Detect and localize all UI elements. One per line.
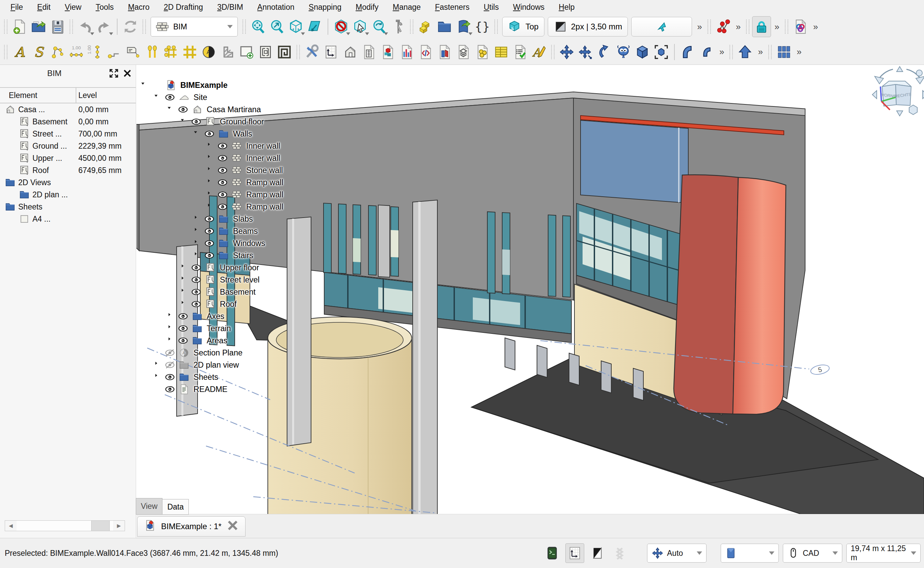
level-row[interactable]: Ground ...2229,39 mm: [0, 140, 136, 152]
working-plane-toggle[interactable]: [565, 543, 584, 563]
annotation-styles-button[interactable]: A: [529, 42, 549, 62]
level-row[interactable]: Sheets: [0, 201, 136, 213]
menu-utils[interactable]: Utils: [476, 0, 506, 14]
toolbar-grip[interactable]: [707, 20, 711, 34]
tree-item-readme[interactable]: README: [138, 383, 283, 395]
grid-button[interactable]: [180, 42, 199, 62]
column-level[interactable]: Level: [75, 91, 97, 100]
visibility-eye-icon[interactable]: [204, 251, 218, 260]
panel-tools-button[interactable]: [775, 42, 793, 62]
blue-glass-window[interactable]: [580, 120, 688, 203]
expression-button[interactable]: {}: [473, 16, 492, 37]
expander-closed-icon[interactable]: [190, 239, 204, 248]
toolbar-overflow-button[interactable]: »: [775, 22, 778, 32]
highlight-color-combo[interactable]: [721, 544, 779, 563]
leader-button[interactable]: [48, 42, 67, 62]
levels-table-header[interactable]: Element Level: [0, 87, 136, 103]
column-divider[interactable]: [75, 88, 76, 103]
clone-button[interactable]: [614, 42, 633, 62]
curved-cream-wall[interactable]: [262, 317, 412, 514]
compound-button[interactable]: [652, 42, 671, 62]
tree-item-axes[interactable]: Axes: [138, 310, 283, 322]
dependency-graph-button[interactable]: [714, 16, 733, 37]
measure-button[interactable]: [388, 16, 407, 37]
tree-item-windows[interactable]: Windows: [138, 237, 283, 249]
toolbar-grip[interactable]: [746, 20, 749, 34]
level-row[interactable]: 2D plan ...: [0, 189, 136, 201]
visibility-eye-icon[interactable]: [217, 190, 231, 200]
menu-annotation[interactable]: Annotation: [250, 0, 301, 14]
toolbar-overflow-button[interactable]: »: [758, 47, 762, 57]
quantities-button[interactable]: [397, 42, 416, 62]
rotation-mode-combo[interactable]: Auto: [647, 544, 707, 563]
close-tab-icon[interactable]: [227, 520, 238, 533]
door-tool-button[interactable]: [359, 42, 378, 62]
tree-item-slabs[interactable]: Slabs: [138, 213, 283, 225]
menu-macro[interactable]: Macro: [121, 0, 157, 14]
tree-item-ramp-wall[interactable]: Ramp wall: [138, 201, 283, 213]
tree-item-beams[interactable]: Beams: [138, 225, 283, 237]
float-panel-icon[interactable]: [109, 68, 119, 79]
tree-item-terrain[interactable]: Terrain: [138, 322, 283, 334]
expander-open-icon[interactable]: [151, 93, 164, 102]
fit-all-button[interactable]: [249, 16, 267, 37]
toolbar-overflow-button[interactable]: »: [736, 22, 740, 32]
toolbar-grip[interactable]: [69, 20, 73, 34]
hatch-button[interactable]: [218, 42, 237, 62]
undo-button[interactable]: [75, 16, 95, 37]
axis-system-button[interactable]: [161, 42, 180, 62]
preferences-button[interactable]: [303, 42, 321, 62]
material-button[interactable]: [473, 42, 492, 62]
visibility-eye-icon[interactable]: [217, 165, 231, 175]
view-sync-button[interactable]: [369, 16, 388, 37]
expander-closed-icon[interactable]: [177, 287, 191, 296]
visibility-eye-icon[interactable]: [178, 104, 192, 115]
annotation-text-button[interactable]: A: [10, 42, 29, 62]
tree-item-walls[interactable]: Walls: [138, 128, 283, 140]
tree-item-roof[interactable]: Roof: [138, 298, 283, 310]
preflight-button[interactable]: [511, 42, 529, 62]
simple-copy-button[interactable]: [633, 42, 652, 62]
expander-closed-icon[interactable]: [203, 190, 217, 199]
red-curved-wall[interactable]: [674, 175, 786, 414]
linear-dimension-button[interactable]: 1.00: [67, 42, 86, 62]
visibility-eye-icon[interactable]: [217, 153, 231, 163]
zoom-selection-button[interactable]: [267, 16, 286, 37]
box-selection-button[interactable]: [351, 16, 369, 37]
level-row[interactable]: Casa ...0,00 mm: [0, 103, 136, 116]
schedule-button[interactable]: [492, 42, 511, 62]
axonometric-view-button[interactable]: [286, 16, 305, 37]
move-3d-button[interactable]: [576, 42, 595, 62]
tree-item-2d-plan-view[interactable]: 2D plan view: [138, 359, 283, 371]
select-mode-button[interactable]: [631, 17, 692, 36]
menu-file[interactable]: File: [3, 0, 30, 14]
tree-item-inner-wall[interactable]: Inner wall: [138, 140, 283, 152]
column-element[interactable]: Element: [0, 91, 75, 100]
visibility-eye-icon[interactable]: [164, 92, 179, 103]
layers-button[interactable]: [454, 42, 473, 62]
menu-3d-bim[interactable]: 3D/BIM: [210, 0, 250, 14]
close-panel-icon[interactable]: [122, 68, 133, 79]
vertical-dimension-button[interactable]: 1.00: [86, 42, 105, 62]
level-row[interactable]: Basement0,00 mm: [0, 116, 136, 128]
building-part-button[interactable]: [341, 42, 359, 62]
expander-closed-icon[interactable]: [203, 166, 217, 175]
visibility-eye-icon[interactable]: [164, 384, 179, 394]
tab-view[interactable]: View: [136, 498, 163, 515]
details-button[interactable]: [275, 42, 294, 62]
visibility-eye-icon[interactable]: [204, 238, 218, 248]
menu-help[interactable]: Help: [552, 0, 582, 14]
toolbar-grip[interactable]: [785, 20, 788, 34]
visibility-eye-icon[interactable]: [191, 299, 205, 309]
expander-open-icon[interactable]: [190, 129, 204, 138]
toolbar-grip[interactable]: [243, 20, 246, 34]
visibility-eye-icon[interactable]: [178, 323, 192, 334]
save-button[interactable]: [48, 16, 67, 37]
expander-closed-icon[interactable]: [203, 202, 217, 211]
section-plane-button[interactable]: A: [199, 42, 218, 62]
python-console-toggle[interactable]: [543, 544, 561, 563]
expander-closed-icon[interactable]: [190, 251, 204, 260]
tree-item-stairs[interactable]: Stairs: [138, 249, 283, 261]
view-dimensions-combo[interactable]: 19,74 m x 11,25 m: [846, 544, 921, 563]
menu-tools[interactable]: Tools: [89, 0, 121, 14]
